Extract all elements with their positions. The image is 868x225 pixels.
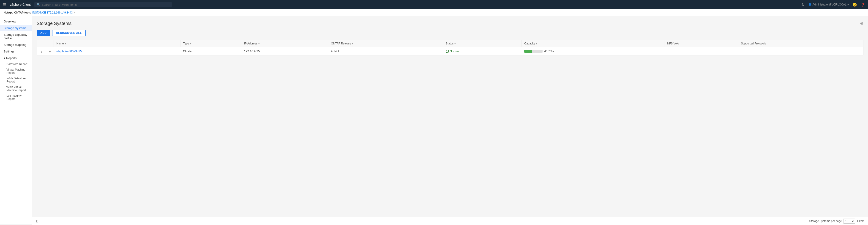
- th-name-filter-icon[interactable]: ▾: [65, 42, 66, 45]
- breadcrumb-chevron-icon: ›: [74, 11, 75, 14]
- add-button[interactable]: ADD: [37, 30, 51, 36]
- table-row: ⋮ ▶ ntaphci-a300e9u25 Cluster 172.16.9.2…: [37, 47, 863, 55]
- rediscover-button[interactable]: REDISCOVER ALL: [52, 30, 86, 36]
- user-chevron-icon: ▾: [847, 3, 849, 6]
- row-status-cell: ✓ Normal: [443, 47, 522, 55]
- search-icon: 🔍: [37, 3, 40, 6]
- footer-left: ◧: [36, 220, 38, 223]
- row-nfs-vaai-cell: [664, 47, 738, 55]
- row-name-cell: ntaphci-a300e9u25: [54, 47, 180, 55]
- search-input[interactable]: [42, 3, 169, 6]
- row-expand-icon[interactable]: ▶: [49, 50, 51, 53]
- topbar-right: ↻ 👤 Administrator@VCF.LOCAL ▾ 🙂 ❓: [802, 2, 865, 7]
- refresh-icon[interactable]: ↻: [802, 2, 805, 7]
- row-ontap-value: 9.14.1: [331, 50, 339, 53]
- sidebar-label-settings: Settings: [4, 50, 14, 53]
- storage-systems-table: Name ▾ Type ▾ IP Address ▾: [37, 40, 863, 55]
- th-nfs-vaai-label: NFS VAAI: [667, 42, 680, 45]
- app-brand: vSphere Client: [10, 3, 31, 6]
- user-icon: 👤: [808, 3, 812, 6]
- th-ip-filter-icon[interactable]: ▾: [258, 42, 260, 45]
- th-actions: [37, 40, 46, 47]
- search-bar[interactable]: 🔍: [34, 2, 172, 7]
- sidebar-item-overview[interactable]: Overview: [0, 18, 32, 25]
- th-type-filter-icon[interactable]: ▾: [190, 42, 191, 45]
- sidebar-reports-label: Reports: [6, 56, 17, 60]
- th-name[interactable]: Name ▾: [54, 40, 180, 47]
- user-menu[interactable]: 👤 Administrator@VCF.LOCAL ▾: [808, 3, 849, 6]
- th-supported-protocols-label: Supported Protocols: [741, 42, 766, 45]
- help-icon[interactable]: ❓: [861, 2, 865, 7]
- row-supported-protocols-cell: [738, 47, 863, 55]
- table-header-row: Name ▾ Type ▾ IP Address ▾: [37, 40, 863, 47]
- sidebar-item-vvols-datastore-report[interactable]: vVols Datastore Report: [0, 76, 32, 84]
- th-ontap-label: ONTAP Release: [331, 42, 351, 45]
- sidebar-item-settings[interactable]: Settings: [0, 48, 32, 55]
- topbar: ☰ vSphere Client 🔍 ↻ 👤 Administrator@VCF…: [0, 0, 868, 9]
- th-name-label: Name: [57, 42, 64, 45]
- row-actions-icon[interactable]: ⋮: [40, 49, 43, 53]
- breadcrumb-brand: NetApp ONTAP tools: [4, 11, 31, 14]
- status-normal: ✓ Normal: [446, 50, 519, 53]
- row-status-value: Normal: [450, 50, 459, 53]
- breadcrumb: NetApp ONTAP tools INSTANCE 172.21.166.1…: [0, 9, 868, 16]
- row-ip-value: 172.16.9.25: [244, 50, 260, 53]
- footer-per-page: Storage Systems per page 10 25 50 100: [809, 219, 855, 224]
- th-status-filter-icon[interactable]: ▾: [454, 42, 456, 45]
- sidebar-item-vm-report[interactable]: Virtual Machine Report: [0, 67, 32, 76]
- th-ip-label: IP Address: [244, 42, 257, 45]
- per-page-label: Storage Systems per page: [809, 220, 842, 223]
- row-type-cell: Cluster: [180, 47, 241, 55]
- th-type-label: Type: [183, 42, 189, 45]
- sidebar-label-storage-mapping: Storage Mapping: [4, 43, 26, 47]
- capacity-bar-container: 43.76%: [524, 50, 662, 53]
- user-label: Administrator@VCF.LOCAL: [813, 3, 846, 6]
- account-icon[interactable]: 🙂: [852, 2, 857, 7]
- sidebar-item-storage-mapping[interactable]: Storage Mapping: [0, 41, 32, 48]
- th-nfs-vaai: NFS VAAI: [664, 40, 738, 47]
- footer-right: Storage Systems per page 10 25 50 100 1 …: [809, 219, 864, 224]
- row-type-value: Cluster: [183, 50, 192, 53]
- th-type[interactable]: Type ▾: [180, 40, 241, 47]
- sidebar-item-storage-capability-profile[interactable]: Storage capability profile: [0, 31, 32, 41]
- main-layout: Overview Storage Systems Storage capabil…: [0, 16, 868, 224]
- breadcrumb-instance[interactable]: INSTANCE 172.21.166.149:8443: [32, 11, 73, 14]
- th-capacity-label: Capacity: [524, 42, 535, 45]
- th-capacity-filter-icon[interactable]: ▾: [536, 42, 537, 45]
- row-actions-cell: ⋮: [37, 47, 46, 55]
- capacity-bar-fill: [524, 50, 532, 53]
- sidebar: Overview Storage Systems Storage capabil…: [0, 16, 32, 224]
- sidebar-item-storage-systems[interactable]: Storage Systems: [0, 25, 32, 31]
- hamburger-icon[interactable]: ☰: [3, 2, 6, 7]
- sidebar-label-storage-capability-profile: Storage capability profile: [4, 33, 28, 40]
- sidebar-item-log-integrity-report[interactable]: Log Integrity Report: [0, 93, 32, 102]
- capacity-bar-background: [524, 50, 542, 53]
- reports-chevron-icon: ▾: [4, 56, 5, 60]
- th-ontap-filter-icon[interactable]: ▾: [352, 42, 353, 45]
- row-expand-cell: ▶: [46, 47, 54, 55]
- sidebar-item-vvols-vm-report[interactable]: vVols Virtual Machine Report: [0, 84, 32, 93]
- th-supported-protocols: Supported Protocols: [738, 40, 863, 47]
- page-title: Storage Systems: [37, 21, 863, 26]
- th-ip-address[interactable]: IP Address ▾: [241, 40, 328, 47]
- th-expand: [46, 40, 54, 47]
- sidebar-label-storage-systems: Storage Systems: [4, 26, 26, 30]
- row-capacity-cell: 43.76%: [522, 47, 664, 55]
- per-page-select[interactable]: 10 25 50 100: [843, 219, 855, 224]
- th-status-label: Status: [446, 42, 454, 45]
- page-help-icon[interactable]: ⊕: [860, 21, 863, 26]
- collapse-panel-icon[interactable]: ◧: [36, 220, 38, 223]
- row-name-link[interactable]: ntaphci-a300e9u25: [56, 50, 82, 53]
- th-capacity[interactable]: Capacity ▾: [522, 40, 664, 47]
- sidebar-label-overview: Overview: [4, 20, 16, 23]
- toolbar: ADD REDISCOVER ALL: [37, 30, 863, 36]
- row-ontap-cell: 9.14.1: [328, 47, 443, 55]
- table-footer: ◧ Storage Systems per page 10 25 50 100 …: [32, 217, 868, 224]
- item-count-label: 1 Item: [857, 220, 864, 223]
- status-dot-icon: ✓: [446, 50, 449, 53]
- content-area: Storage Systems ADD REDISCOVER ALL Name …: [32, 16, 868, 224]
- sidebar-item-datastore-report[interactable]: Datastore Report: [0, 61, 32, 67]
- th-ontap-release[interactable]: ONTAP Release ▾: [328, 40, 443, 47]
- th-status[interactable]: Status ▾: [443, 40, 522, 47]
- sidebar-reports-header[interactable]: ▾ Reports: [0, 55, 32, 61]
